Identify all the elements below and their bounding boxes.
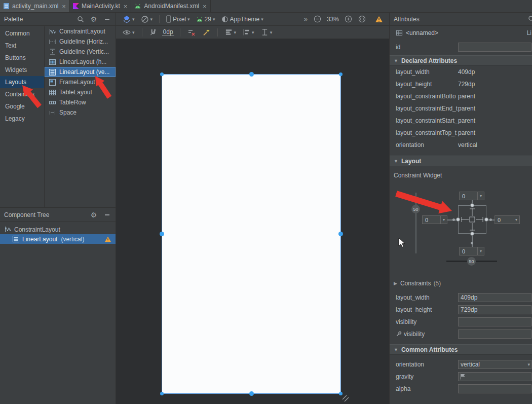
tab-androidmanifest-xml[interactable]: AndroidManifest.xml ×	[131, 0, 210, 12]
tools-visibility-input[interactable]	[458, 329, 531, 339]
constraint-anchor-right[interactable]	[484, 217, 488, 222]
layout-section[interactable]: ▼ Layout	[390, 156, 532, 166]
declared-attributes-section[interactable]: ▼ Declared Attributes	[390, 55, 532, 66]
component-linearlayout-vertical[interactable]: LinearLayout (ve...	[45, 67, 116, 77]
category-layouts[interactable]: Layouts	[0, 76, 44, 88]
selection-handle-mid-right[interactable]	[338, 232, 343, 236]
selection-handle-bottom-center[interactable]	[249, 391, 254, 396]
component-guideline-vertical[interactable]: Guideline (Vertic...	[45, 47, 116, 57]
category-containers[interactable]: Containers	[0, 88, 44, 100]
component-tablerow[interactable]: TableRow	[45, 97, 116, 107]
constraint-anchor-bottom[interactable]	[470, 232, 474, 236]
align-selector[interactable]: ▾	[241, 27, 256, 37]
gear-icon[interactable]: ⚙	[89, 15, 98, 24]
zoom-to-fit-button[interactable]	[357, 14, 367, 24]
toolbar-overflow[interactable]: »	[302, 14, 309, 24]
category-common[interactable]: Common	[0, 27, 44, 40]
design-surface-selector[interactable]: ▾	[121, 14, 136, 24]
gear-icon[interactable]: ⚙	[89, 210, 98, 219]
attribute-row[interactable]: layout_height729dp	[390, 78, 532, 90]
margin-left-combo[interactable]: 0 ▾	[422, 215, 447, 224]
close-tab-icon[interactable]: ×	[62, 3, 66, 10]
category-google[interactable]: Google	[0, 100, 44, 113]
selection-handle-bottom-left[interactable]	[160, 392, 164, 395]
device-selector[interactable]: Pixel ▾	[165, 14, 192, 24]
design-canvas[interactable]	[116, 39, 390, 404]
horizontal-bias-badge[interactable]: 50	[467, 257, 476, 266]
theme-selector[interactable]: AppTheme ▾	[220, 15, 265, 24]
component-constraintlayout[interactable]: ConstraintLayout	[45, 26, 116, 36]
attribute-row[interactable]: layout_constraintBottoparent	[390, 90, 532, 102]
component-guideline-horizontal[interactable]: Guideline (Horiz...	[45, 36, 116, 47]
attribute-row[interactable]: orientationvertical	[390, 139, 532, 151]
constraint-anchor-top[interactable]	[470, 203, 474, 207]
attribute-value[interactable]: parent	[458, 105, 475, 112]
close-tab-icon[interactable]: ×	[203, 3, 207, 10]
pack-selector[interactable]: ▾	[223, 27, 238, 37]
category-legacy[interactable]: Legacy	[0, 113, 44, 125]
zoom-level: 33%	[326, 16, 340, 23]
attribute-value[interactable]: parent	[458, 117, 475, 124]
search-icon[interactable]	[528, 15, 532, 22]
attribute-row[interactable]: layout_constraintStart_parent	[390, 115, 532, 127]
common-attributes-section[interactable]: ▼ Common Attributes	[390, 344, 532, 355]
infer-constraints-button[interactable]	[201, 27, 212, 38]
attribute-value[interactable]: 729dp	[458, 81, 475, 88]
vertical-bias-badge[interactable]: 50	[411, 205, 420, 213]
vertical-bias-slider[interactable]	[415, 193, 416, 253]
component-linearlayout-horizontal[interactable]: LinearLayout (h...	[45, 57, 116, 67]
component-space[interactable]: Space	[45, 107, 116, 118]
selection-handle-top-left[interactable]	[160, 72, 164, 76]
layout-width-input[interactable]	[458, 293, 531, 302]
margin-right-combo[interactable]: 0 ▾	[495, 215, 520, 224]
canvas-resize-corner[interactable]	[342, 395, 349, 402]
zoom-in-button[interactable]	[343, 14, 354, 24]
attribute-value[interactable]: parent	[458, 93, 475, 100]
attribute-value[interactable]: 409dp	[458, 68, 475, 76]
warning-icon[interactable]	[104, 236, 111, 242]
tree-item-linearlayout[interactable]: LinearLayout (vertical)	[0, 234, 116, 244]
category-buttons[interactable]: Buttons	[0, 52, 44, 64]
constraint-widget-square[interactable]	[458, 205, 486, 234]
margin-top-combo[interactable]: 0 ▾	[459, 192, 484, 200]
zoom-out-button[interactable]	[312, 14, 323, 24]
attribute-value[interactable]: vertical	[458, 141, 477, 149]
view-options-selector[interactable]: ▾	[121, 28, 136, 36]
guidelines-selector[interactable]: ▾	[259, 27, 274, 37]
id-input[interactable]	[458, 43, 531, 52]
selection-handle-top-center[interactable]	[249, 72, 254, 77]
orientation-selector[interactable]: ▾	[139, 14, 155, 24]
component-tablelayout[interactable]: TableLayout	[45, 87, 116, 97]
device-artboard[interactable]	[162, 74, 341, 394]
constraints-label: Constraints	[400, 280, 431, 287]
orientation-input[interactable]	[458, 360, 531, 369]
minimize-icon[interactable]	[102, 15, 111, 24]
tree-item-constraintlayout[interactable]: ConstraintLayout	[0, 225, 116, 234]
attribute-value[interactable]: parent	[458, 129, 475, 136]
gravity-input[interactable]	[458, 372, 531, 381]
clear-constraints-button[interactable]	[186, 27, 197, 38]
constraint-anchor-left[interactable]	[456, 217, 460, 222]
category-text[interactable]: Text	[0, 40, 44, 52]
alpha-input[interactable]	[458, 384, 531, 393]
close-tab-icon[interactable]: ×	[124, 3, 128, 10]
attribute-row[interactable]: layout_constraintEnd_tparent	[390, 102, 532, 115]
margin-bottom-combo[interactable]: 0 ▾	[459, 247, 484, 255]
attribute-row[interactable]: layout_width409dp	[390, 66, 532, 78]
selection-handle-mid-left[interactable]	[160, 232, 164, 236]
layout-height-input[interactable]	[458, 305, 531, 314]
visibility-input[interactable]	[458, 317, 531, 326]
tab-activity-main-xml[interactable]: activity_main.xml ×	[0, 0, 70, 12]
attribute-row[interactable]: layout_constraintTop_tparent	[390, 127, 532, 139]
search-icon[interactable]	[76, 15, 85, 24]
constraints-section[interactable]: ▶ Constraints (5)	[390, 277, 532, 289]
warning-icon[interactable]	[373, 15, 385, 24]
api-level-selector[interactable]: 29 ▾	[195, 15, 217, 24]
minimize-icon[interactable]	[102, 210, 111, 219]
autoconnect-toggle[interactable]	[148, 27, 159, 37]
selection-handle-top-right[interactable]	[339, 72, 343, 76]
tab-mainactivity-kt[interactable]: MainActivity.kt ×	[70, 0, 131, 12]
category-widgets[interactable]: Widgets	[0, 64, 44, 76]
default-margins-selector[interactable]: 0dp	[162, 28, 174, 36]
component-framelayout[interactable]: FrameLayout	[45, 77, 116, 87]
